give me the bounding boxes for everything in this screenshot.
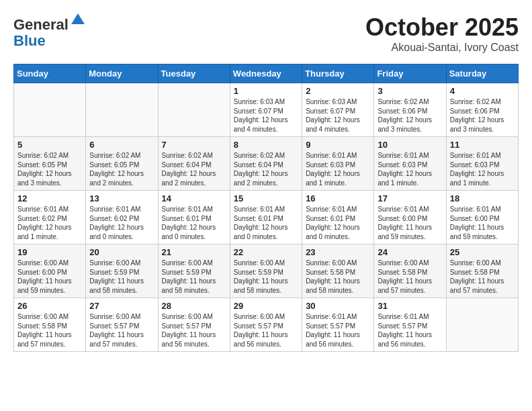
- day-info: Sunrise: 6:01 AM Sunset: 6:03 PM Dayligh…: [306, 151, 370, 187]
- day-number: 17: [378, 193, 442, 203]
- day-info: Sunrise: 6:00 AM Sunset: 5:59 PM Dayligh…: [234, 259, 298, 295]
- day-info: Sunrise: 6:01 AM Sunset: 6:00 PM Dayligh…: [450, 205, 515, 241]
- day-number: 22: [234, 247, 298, 257]
- calendar-cell: 1Sunrise: 6:03 AM Sunset: 6:07 PM Daylig…: [230, 83, 302, 137]
- calendar-cell: 31Sunrise: 6:01 AM Sunset: 5:57 PM Dayli…: [374, 298, 446, 352]
- calendar-cell: 29Sunrise: 6:00 AM Sunset: 5:57 PM Dayli…: [230, 298, 302, 352]
- calendar-cell: 6Sunrise: 6:02 AM Sunset: 6:05 PM Daylig…: [86, 137, 158, 191]
- day-number: 29: [234, 301, 298, 311]
- calendar-cell: 28Sunrise: 6:00 AM Sunset: 5:57 PM Dayli…: [158, 298, 230, 352]
- calendar-cell: 14Sunrise: 6:01 AM Sunset: 6:01 PM Dayli…: [158, 191, 230, 244]
- calendar-cell: [446, 298, 518, 352]
- day-number: 21: [162, 247, 226, 257]
- calendar-cell: [14, 83, 86, 137]
- day-info: Sunrise: 6:00 AM Sunset: 5:59 PM Dayligh…: [89, 259, 154, 295]
- calendar-cell: 7Sunrise: 6:02 AM Sunset: 6:04 PM Daylig…: [158, 137, 230, 191]
- day-number: 4: [450, 86, 515, 96]
- day-number: 27: [89, 301, 154, 311]
- day-number: 28: [162, 301, 226, 311]
- day-info: Sunrise: 6:00 AM Sunset: 5:59 PM Dayligh…: [162, 259, 226, 295]
- day-number: 3: [378, 86, 442, 96]
- calendar-cell: 24Sunrise: 6:00 AM Sunset: 5:58 PM Dayli…: [374, 244, 446, 298]
- day-info: Sunrise: 6:00 AM Sunset: 5:58 PM Dayligh…: [378, 259, 442, 295]
- day-number: 12: [17, 193, 82, 203]
- day-number: 30: [306, 301, 370, 311]
- day-number: 24: [378, 247, 442, 257]
- day-info: Sunrise: 6:02 AM Sunset: 6:06 PM Dayligh…: [378, 97, 442, 134]
- day-info: Sunrise: 6:00 AM Sunset: 5:57 PM Dayligh…: [89, 312, 154, 349]
- day-number: 14: [162, 193, 226, 203]
- calendar-cell: 3Sunrise: 6:02 AM Sunset: 6:06 PM Daylig…: [374, 83, 446, 137]
- day-number: 31: [378, 301, 442, 311]
- day-info: Sunrise: 6:00 AM Sunset: 5:57 PM Dayligh…: [234, 312, 298, 349]
- day-info: Sunrise: 6:01 AM Sunset: 6:00 PM Dayligh…: [378, 205, 442, 241]
- day-number: 13: [89, 193, 154, 203]
- day-info: Sunrise: 6:01 AM Sunset: 6:01 PM Dayligh…: [234, 205, 298, 241]
- title-block: October 2025 Akouai-Santai, Ivory Coast: [365, 13, 519, 54]
- weekday-header-monday: Monday: [86, 64, 158, 83]
- weekday-header-thursday: Thursday: [302, 64, 374, 83]
- svg-marker-0: [71, 13, 85, 24]
- day-number: 5: [17, 140, 82, 150]
- calendar-cell: 21Sunrise: 6:00 AM Sunset: 5:59 PM Dayli…: [158, 244, 230, 298]
- weekday-header-sunday: Sunday: [14, 64, 86, 83]
- logo-icon: [70, 12, 86, 28]
- day-number: 20: [89, 247, 154, 257]
- weekday-header-row: SundayMondayTuesdayWednesdayThursdayFrid…: [14, 64, 519, 83]
- weekday-header-saturday: Saturday: [446, 64, 518, 83]
- day-number: 23: [306, 247, 370, 257]
- calendar-cell: 25Sunrise: 6:00 AM Sunset: 5:58 PM Dayli…: [446, 244, 518, 298]
- calendar-week-row: 12Sunrise: 6:01 AM Sunset: 6:02 PM Dayli…: [14, 191, 519, 244]
- calendar-week-row: 19Sunrise: 6:00 AM Sunset: 6:00 PM Dayli…: [14, 244, 519, 298]
- day-info: Sunrise: 6:02 AM Sunset: 6:05 PM Dayligh…: [89, 151, 154, 187]
- day-number: 6: [89, 140, 154, 150]
- day-info: Sunrise: 6:02 AM Sunset: 6:04 PM Dayligh…: [162, 151, 226, 187]
- calendar-cell: 17Sunrise: 6:01 AM Sunset: 6:00 PM Dayli…: [374, 191, 446, 244]
- weekday-header-tuesday: Tuesday: [158, 64, 230, 83]
- logo-blue: Blue: [13, 32, 46, 49]
- calendar-cell: 16Sunrise: 6:01 AM Sunset: 6:01 PM Dayli…: [302, 191, 374, 244]
- calendar-cell: 4Sunrise: 6:02 AM Sunset: 6:06 PM Daylig…: [446, 83, 518, 137]
- day-info: Sunrise: 6:01 AM Sunset: 6:03 PM Dayligh…: [378, 151, 442, 187]
- day-info: Sunrise: 6:00 AM Sunset: 5:58 PM Dayligh…: [450, 259, 515, 295]
- logo: General Blue: [13, 13, 86, 49]
- calendar-cell: 10Sunrise: 6:01 AM Sunset: 6:03 PM Dayli…: [374, 137, 446, 191]
- day-info: Sunrise: 6:01 AM Sunset: 6:01 PM Dayligh…: [306, 205, 370, 241]
- calendar-cell: 9Sunrise: 6:01 AM Sunset: 6:03 PM Daylig…: [302, 137, 374, 191]
- day-number: 1: [234, 86, 298, 96]
- day-number: 2: [306, 86, 370, 96]
- day-number: 26: [17, 301, 82, 311]
- calendar-cell: 22Sunrise: 6:00 AM Sunset: 5:59 PM Dayli…: [230, 244, 302, 298]
- page-header: General Blue October 2025 Akouai-Santai,…: [13, 13, 519, 54]
- day-number: 18: [450, 193, 515, 203]
- calendar-cell: [158, 83, 230, 137]
- day-info: Sunrise: 6:03 AM Sunset: 6:07 PM Dayligh…: [306, 97, 370, 134]
- calendar-cell: 12Sunrise: 6:01 AM Sunset: 6:02 PM Dayli…: [14, 191, 86, 244]
- day-info: Sunrise: 6:02 AM Sunset: 6:05 PM Dayligh…: [17, 151, 82, 187]
- day-info: Sunrise: 6:01 AM Sunset: 5:57 PM Dayligh…: [378, 312, 442, 349]
- calendar-cell: 18Sunrise: 6:01 AM Sunset: 6:00 PM Dayli…: [446, 191, 518, 244]
- calendar-cell: [86, 83, 158, 137]
- calendar-week-row: 1Sunrise: 6:03 AM Sunset: 6:07 PM Daylig…: [14, 83, 519, 137]
- month-title: October 2025: [365, 13, 519, 42]
- day-number: 7: [162, 140, 226, 150]
- day-number: 11: [450, 140, 515, 150]
- calendar-cell: 26Sunrise: 6:00 AM Sunset: 5:58 PM Dayli…: [14, 298, 86, 352]
- calendar-cell: 27Sunrise: 6:00 AM Sunset: 5:57 PM Dayli…: [86, 298, 158, 352]
- day-info: Sunrise: 6:00 AM Sunset: 6:00 PM Dayligh…: [17, 259, 82, 295]
- day-info: Sunrise: 6:02 AM Sunset: 6:06 PM Dayligh…: [450, 97, 515, 134]
- day-info: Sunrise: 6:01 AM Sunset: 6:01 PM Dayligh…: [162, 205, 226, 241]
- day-info: Sunrise: 6:03 AM Sunset: 6:07 PM Dayligh…: [234, 97, 298, 134]
- day-info: Sunrise: 6:00 AM Sunset: 5:57 PM Dayligh…: [162, 312, 226, 349]
- calendar-cell: 19Sunrise: 6:00 AM Sunset: 6:00 PM Dayli…: [14, 244, 86, 298]
- calendar-cell: 20Sunrise: 6:00 AM Sunset: 5:59 PM Dayli…: [86, 244, 158, 298]
- day-info: Sunrise: 6:02 AM Sunset: 6:04 PM Dayligh…: [234, 151, 298, 187]
- day-info: Sunrise: 6:00 AM Sunset: 5:58 PM Dayligh…: [17, 312, 82, 349]
- location-title: Akouai-Santai, Ivory Coast: [365, 42, 519, 54]
- day-number: 9: [306, 140, 370, 150]
- weekday-header-friday: Friday: [374, 64, 446, 83]
- day-info: Sunrise: 6:01 AM Sunset: 6:02 PM Dayligh…: [17, 205, 82, 241]
- calendar-cell: 15Sunrise: 6:01 AM Sunset: 6:01 PM Dayli…: [230, 191, 302, 244]
- calendar-cell: 8Sunrise: 6:02 AM Sunset: 6:04 PM Daylig…: [230, 137, 302, 191]
- day-info: Sunrise: 6:00 AM Sunset: 5:58 PM Dayligh…: [306, 259, 370, 295]
